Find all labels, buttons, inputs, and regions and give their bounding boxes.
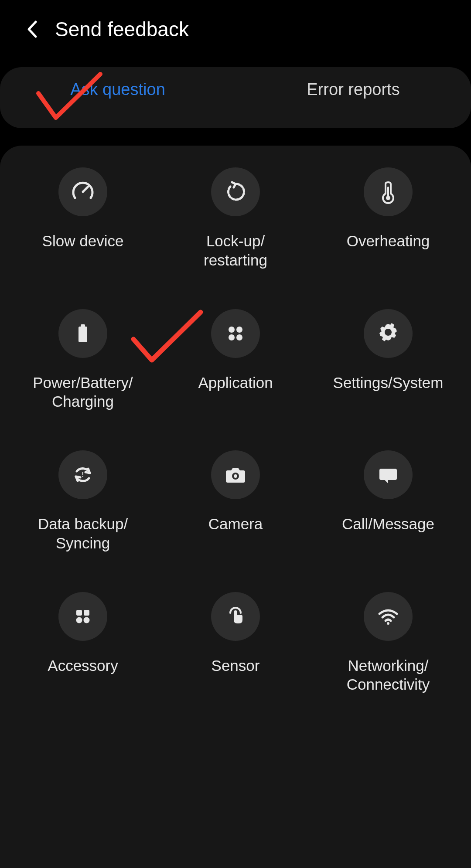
thermometer-icon <box>376 180 400 204</box>
svg-point-12 <box>234 474 237 478</box>
icon-circle <box>364 309 413 358</box>
speedometer-icon <box>71 180 95 204</box>
svg-point-15 <box>76 617 82 623</box>
svg-point-7 <box>229 334 235 340</box>
icon-circle <box>211 309 260 358</box>
sync-icon: ! <box>71 463 95 487</box>
page-title: Send feedback <box>55 17 189 41</box>
icon-circle <box>58 592 107 641</box>
icon-circle <box>58 309 107 358</box>
chat-icon <box>376 463 400 487</box>
svg-rect-3 <box>78 327 87 342</box>
icon-circle: ! <box>58 450 107 499</box>
category-label: Slow device <box>42 231 124 251</box>
category-settings-system[interactable]: Settings/System <box>314 309 462 412</box>
svg-point-16 <box>84 617 90 623</box>
category-label: Camera <box>208 514 263 534</box>
back-arrow-icon <box>26 20 38 38</box>
category-label: Application <box>198 373 273 392</box>
svg-rect-14 <box>84 610 89 616</box>
tab-bar: Ask question Error reports <box>0 67 471 128</box>
gear-icon <box>376 321 400 346</box>
category-accessory[interactable]: Accessory <box>9 592 157 694</box>
tab-error-reports[interactable]: Error reports <box>236 67 471 128</box>
apps-icon <box>223 321 248 346</box>
category-grid: Slow device Lock-up/restarting Overheati… <box>9 167 462 694</box>
battery-icon <box>71 321 95 346</box>
svg-rect-13 <box>76 610 82 616</box>
category-label: Lock-up/restarting <box>204 231 267 270</box>
category-application[interactable]: Application <box>161 309 310 412</box>
svg-point-8 <box>236 334 242 340</box>
category-slow-device[interactable]: Slow device <box>9 167 157 270</box>
icon-circle <box>211 167 260 216</box>
category-overheating[interactable]: Overheating <box>314 167 462 270</box>
category-label: Power/Battery/Charging <box>33 373 133 412</box>
svg-rect-4 <box>81 324 85 327</box>
wifi-icon <box>376 604 400 629</box>
icon-circle <box>364 592 413 641</box>
svg-point-6 <box>236 327 242 333</box>
category-call-message[interactable]: Call/Message <box>314 450 462 553</box>
icon-circle <box>58 167 107 216</box>
category-panel: Slow device Lock-up/restarting Overheati… <box>0 146 471 868</box>
back-button[interactable] <box>24 21 40 37</box>
icon-circle <box>211 592 260 641</box>
svg-line-0 <box>83 187 88 192</box>
icon-circle <box>364 450 413 499</box>
category-label: Data backup/Syncing <box>38 514 128 553</box>
category-lockup-restarting[interactable]: Lock-up/restarting <box>161 167 310 270</box>
svg-point-5 <box>229 327 235 333</box>
category-label: Sensor <box>212 656 260 675</box>
category-data-backup-syncing[interactable]: ! Data backup/Syncing <box>9 450 157 553</box>
category-label: Call/Message <box>342 514 434 534</box>
tab-ask-question[interactable]: Ask question <box>0 67 236 128</box>
category-label: Accessory <box>48 656 118 675</box>
app-header: Send feedback <box>0 0 471 58</box>
category-power-battery[interactable]: Power/Battery/Charging <box>9 309 157 412</box>
category-label: Overheating <box>347 231 430 251</box>
category-label: Settings/System <box>333 373 444 392</box>
camera-icon <box>223 463 248 487</box>
icon-circle <box>211 450 260 499</box>
touch-icon <box>223 604 248 629</box>
svg-point-17 <box>387 622 389 625</box>
category-networking[interactable]: Networking/Connectivity <box>314 592 462 694</box>
svg-point-9 <box>385 329 392 336</box>
category-label: Networking/Connectivity <box>347 656 430 694</box>
category-sensor[interactable]: Sensor <box>161 592 310 694</box>
category-camera[interactable]: Camera <box>161 450 310 553</box>
grid-icon <box>71 604 95 629</box>
icon-circle <box>364 167 413 216</box>
restart-icon <box>223 180 248 204</box>
svg-text:!: ! <box>82 471 84 478</box>
